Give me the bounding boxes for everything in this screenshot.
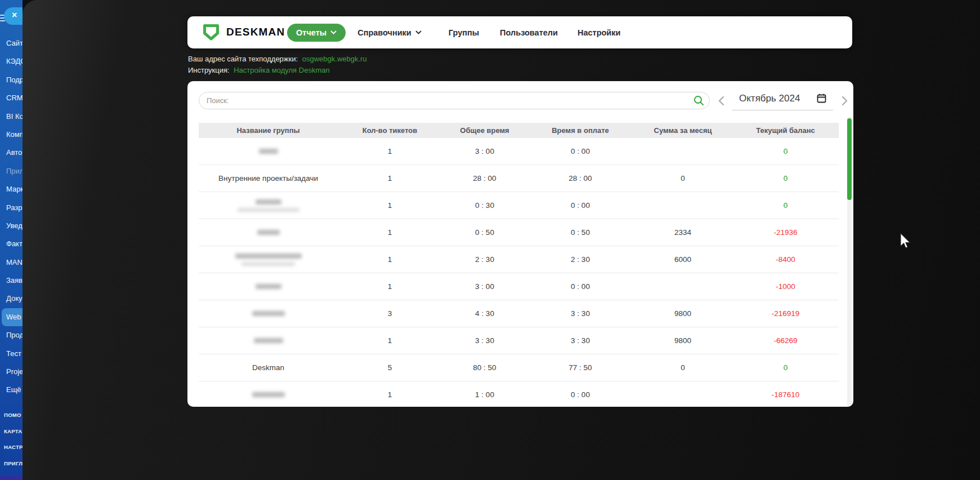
sidebar-item[interactable]: Факт <box>0 235 23 253</box>
redacted-group-subtext <box>241 262 295 266</box>
sidebar-item[interactable]: Увед <box>0 217 23 235</box>
report-panel: Октябрь 2024 Название группыКол-во тикет… <box>187 81 853 407</box>
total-time-cell: 28 : 00 <box>442 174 527 183</box>
sidebar-item[interactable]: BI Ко <box>0 108 23 126</box>
sidebar-item[interactable]: Авто <box>0 144 23 162</box>
table-body: 13 : 000 : 000Внутренние проекты/задачи1… <box>199 138 839 407</box>
current-balance-cell: 0 <box>732 174 839 183</box>
tickets-count-cell: 1 <box>338 228 442 237</box>
table-row[interactable]: 13 : 000 : 000 <box>199 138 839 165</box>
period-navigator: Октябрь 2024 <box>714 90 851 112</box>
nav-menu-item[interactable]: Настройки <box>578 28 621 37</box>
total-time-cell: 3 : 00 <box>442 282 527 291</box>
table-row[interactable]: 13 : 303 : 309800-66269 <box>199 327 839 354</box>
column-header: Сумма за месяц <box>633 126 732 135</box>
close-sidebar-button[interactable]: × We <box>4 7 23 25</box>
redacted-group-name <box>252 392 285 397</box>
table-row[interactable]: 10 : 300 : 000 <box>199 192 839 219</box>
paid-time-cell: 3 : 30 <box>527 336 633 345</box>
sidebar-item[interactable]: Web <box>2 308 23 326</box>
total-time-cell: 3 : 30 <box>442 336 527 345</box>
tickets-count-cell: 1 <box>338 174 442 183</box>
period-picker[interactable]: Октябрь 2024 <box>732 92 833 110</box>
sidebar-footer-item[interactable]: ПОМО <box>0 407 23 424</box>
support-address-link[interactable]: osgwebgk.webgk.ru <box>302 55 367 63</box>
group-name-cell <box>199 282 338 291</box>
current-balance-cell: 0 <box>732 147 839 155</box>
support-address-line: Ваш адрес сайта техподдержки: osgwebgk.w… <box>188 54 367 65</box>
group-name-cell <box>199 254 338 266</box>
paid-time-cell: 0 : 00 <box>527 390 633 399</box>
nav-reports-button[interactable]: Отчеты <box>287 24 346 42</box>
tickets-count-cell: 3 <box>338 309 442 318</box>
group-name-cell <box>199 390 338 399</box>
sidebar-item[interactable]: Сайт <box>0 34 23 52</box>
nav-menu-item[interactable]: Группы <box>449 28 479 37</box>
table-row[interactable]: 10 : 500 : 502334-21936 <box>199 219 839 246</box>
paid-time-cell: 2 : 30 <box>527 255 633 264</box>
search-icon[interactable] <box>693 95 704 108</box>
table-row[interactable]: 13 : 000 : 00-1000 <box>199 273 839 300</box>
scrollbar-thumb[interactable] <box>847 118 852 200</box>
sidebar-item[interactable]: Прил <box>0 162 23 180</box>
table-row[interactable]: 11 : 000 : 00-187610 <box>199 381 839 407</box>
sidebar-item[interactable]: Прод <box>0 326 23 344</box>
sidebar-item[interactable]: Разр <box>0 199 23 217</box>
sidebar-item[interactable]: Proje <box>0 363 23 381</box>
month-sum-cell: 9800 <box>633 336 732 345</box>
sidebar-item[interactable]: Марк <box>0 180 23 198</box>
table-row[interactable]: 34 : 303 : 309800-216919 <box>199 300 839 327</box>
nav-menu-item[interactable]: Пользователи <box>500 28 558 37</box>
group-name-cell: Deskman <box>199 363 338 372</box>
current-balance-cell: -8400 <box>732 255 839 264</box>
current-balance-cell: 0 <box>732 363 839 372</box>
sidebar-footer-item[interactable]: ПРИГЛ <box>0 456 23 472</box>
navbar-menu: ОтчетыСправочникиГруппыПользователиНастр… <box>287 16 620 48</box>
sidebar-item[interactable]: Ещё <box>0 381 23 399</box>
total-time-cell: 2 : 30 <box>442 255 527 264</box>
redacted-group-name <box>256 199 281 205</box>
mouse-cursor <box>899 233 911 252</box>
tickets-count-cell: 5 <box>338 363 442 372</box>
close-icon: × <box>12 10 17 20</box>
redacted-group-name <box>257 230 280 235</box>
sidebar-item[interactable]: Тест <box>0 345 23 363</box>
sidebar-item[interactable]: КЭДО <box>0 52 23 70</box>
search-input[interactable] <box>199 92 710 109</box>
sidebar-bottom-strip <box>0 476 23 480</box>
total-time-cell: 4 : 30 <box>442 309 527 318</box>
month-sum-cell: 0 <box>633 363 732 372</box>
sidebar-item[interactable]: Заяв <box>0 272 23 290</box>
group-name-cell <box>199 147 338 155</box>
sidebar-footer: ПОМОКАРТАНАСТРПРИГЛ <box>0 407 23 472</box>
previous-month-button[interactable] <box>714 96 728 106</box>
paid-time-cell: 0 : 00 <box>527 201 633 210</box>
month-sum-cell: 6000 <box>633 255 732 264</box>
group-name-cell <box>199 336 338 345</box>
month-sum-cell: 9800 <box>633 309 732 318</box>
sidebar-item[interactable]: Подр <box>0 71 23 89</box>
next-month-button[interactable] <box>838 96 851 106</box>
group-name-cell: Внутренние проекты/задачи <box>199 174 338 183</box>
redacted-group-name <box>254 338 283 343</box>
table-row[interactable]: 12 : 302 : 306000-8400 <box>199 246 839 273</box>
paid-time-cell: 0 : 50 <box>527 228 633 237</box>
table-row[interactable]: Внутренние проекты/задачи128 : 0028 : 00… <box>199 165 839 192</box>
scrollbar-track[interactable] <box>847 117 852 407</box>
instruction-line: Инструкция: Настройка модуля Deskman <box>188 65 367 76</box>
sidebar-item[interactable]: MAN <box>0 254 23 272</box>
sidebar-item[interactable]: CRM <box>0 89 23 107</box>
tickets-count-cell: 1 <box>338 201 442 210</box>
instruction-link[interactable]: Настройка модуля Deskman <box>234 66 329 74</box>
sidebar-footer-item[interactable]: НАСТР <box>0 439 23 456</box>
table-row[interactable]: Deskman580 : 5077 : 5000 <box>199 354 839 381</box>
month-sum-cell: 0 <box>633 174 732 183</box>
sidebar-item[interactable]: Комп <box>0 126 23 144</box>
nav-menu-label: Пользователи <box>500 28 558 37</box>
redacted-group-name <box>235 254 302 259</box>
nav-menu-item[interactable]: Справочники <box>357 28 422 37</box>
period-label: Октябрь 2024 <box>739 93 800 104</box>
current-balance-cell: -187610 <box>732 390 839 399</box>
sidebar-footer-item[interactable]: КАРТА <box>0 424 23 440</box>
sidebar-item[interactable]: Доку <box>0 290 23 308</box>
